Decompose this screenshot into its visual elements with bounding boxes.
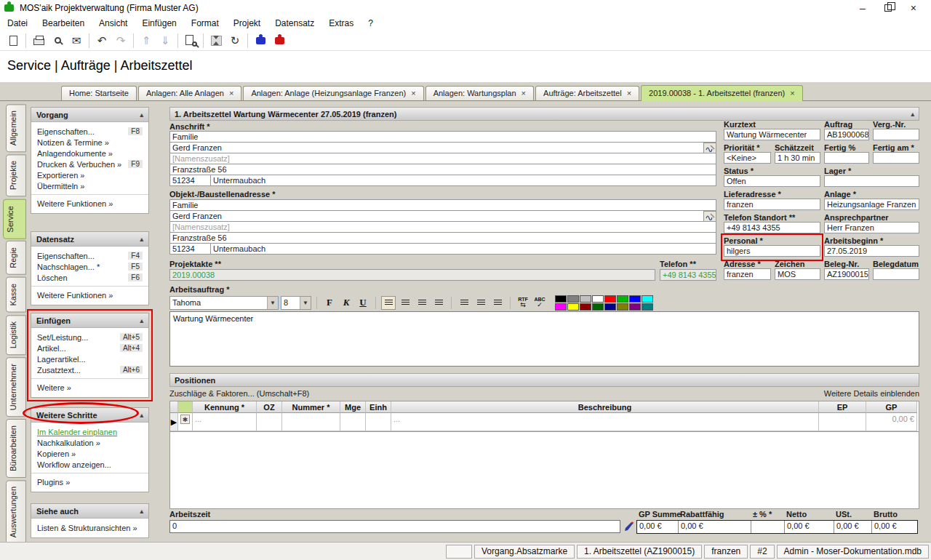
tab-close-icon[interactable]: ×: [411, 89, 415, 97]
color-swatch[interactable]: [580, 303, 591, 311]
plugin-blue-puzzle-icon[interactable]: [251, 33, 270, 49]
vtab-kasse[interactable]: Kasse: [6, 277, 26, 313]
menu-format[interactable]: Format: [191, 18, 219, 28]
color-swatch[interactable]: [592, 295, 604, 303]
vtab-logistik[interactable]: Logistik: [6, 315, 26, 355]
underline-button[interactable]: U: [356, 296, 370, 310]
new-row-icon[interactable]: ✱: [180, 415, 190, 424]
color-swatch[interactable]: [555, 295, 567, 303]
color-swatch[interactable]: [604, 303, 616, 311]
telefon-field[interactable]: +49 8143 4355: [660, 269, 716, 281]
italic-button[interactable]: K: [339, 296, 353, 310]
adresse-field[interactable]: franzen: [724, 268, 771, 280]
ansprechpartner-field[interactable]: Herr Franzen: [824, 222, 919, 233]
tab-home-startseite[interactable]: Home: Startseite: [61, 86, 137, 100]
beleg-nr-field[interactable]: AZ1900015: [824, 268, 869, 280]
projektakte-field[interactable]: 2019.00038: [169, 269, 655, 281]
sidebar-item-set-leistung[interactable]: Set/Leistung...Alt+5: [31, 332, 148, 343]
refresh-icon[interactable]: ↻: [225, 33, 244, 49]
lager-field[interactable]: [824, 175, 919, 187]
vtab-auswertungen[interactable]: Auswertungen: [6, 480, 26, 544]
arbeitsauftrag-editor[interactable]: Wartung Wärmecenter: [169, 311, 919, 367]
font-size-select[interactable]: 8▼: [281, 296, 311, 310]
collapse-icon[interactable]: ▴: [140, 111, 143, 119]
plusminus-pct-field[interactable]: [751, 521, 785, 533]
color-swatch[interactable]: [629, 295, 641, 303]
menu-ansicht[interactable]: Ansicht: [99, 18, 127, 28]
tab-close-icon[interactable]: ×: [790, 89, 794, 97]
tab-anlagen-alle-anlagen[interactable]: Anlagen: Alle Anlagen ×: [138, 86, 241, 100]
print-icon[interactable]: [29, 33, 48, 49]
sidebar-item-anlagendokumente[interactable]: Anlagendokumente »: [31, 148, 148, 159]
sidebar-item-loeschen[interactable]: LöschenF6: [31, 272, 148, 283]
anschrift-plz-field[interactable]: 51234: [169, 175, 211, 186]
anlage-field[interactable]: Heizungsanlage Franzen: [824, 199, 919, 210]
ust-field[interactable]: 0,00 €: [834, 521, 872, 533]
sidebar-item-drucken-verbuchen[interactable]: Drucken & Verbuchen »F9: [31, 159, 148, 169]
color-swatch[interactable]: [629, 303, 641, 311]
color-swatch[interactable]: [617, 295, 628, 303]
color-swatch[interactable]: [604, 295, 616, 303]
nummer-cell[interactable]: [282, 413, 340, 431]
vtab-bueroarbeiten[interactable]: Büroarbeiten: [6, 419, 26, 478]
sidebar-item-eigenschaften[interactable]: Eigenschaften...F8: [31, 126, 148, 137]
rtf-mode-icon[interactable]: RTF⇆: [516, 296, 530, 310]
sidebar-item-kopieren[interactable]: Kopieren »: [31, 448, 148, 459]
minimize-button[interactable]: –: [860, 3, 866, 13]
fertig-am-field[interactable]: [873, 152, 919, 164]
anschrift-strasse-field[interactable]: Franzstraße 56: [169, 164, 716, 175]
prioritaet-field[interactable]: <Keine>: [724, 152, 771, 164]
color-swatch[interactable]: [642, 295, 653, 303]
tab-close-icon[interactable]: ×: [522, 89, 526, 97]
tab-auftraege-arbeitszettel[interactable]: Aufträge: Arbeitszettel ×: [535, 86, 639, 100]
sidebar-item-listen-strukturansichten[interactable]: Listen & Strukturansichten »: [31, 522, 148, 533]
vtab-allgemein[interactable]: Allgemein: [6, 104, 26, 152]
objekt-line1-field[interactable]: Familie: [169, 199, 716, 211]
align-right-icon[interactable]: [415, 296, 429, 310]
spellcheck-icon[interactable]: ABC✓: [532, 296, 547, 310]
sidebar-item-ds-weitere-funktionen[interactable]: Weitere Funktionen »: [31, 289, 148, 300]
color-swatch[interactable]: [567, 303, 579, 311]
menu-datensatz[interactable]: Datensatz: [275, 18, 314, 28]
sidebar-item-workflow-anzeigen[interactable]: Workflow anzeigen...: [31, 459, 148, 470]
bold-button[interactable]: F: [322, 296, 337, 310]
sidebar-item-im-kalender-einplanen[interactable]: Im Kalender einplanen: [31, 426, 148, 437]
chevron-down-icon[interactable]: ▼: [300, 297, 311, 309]
collapse-icon[interactable]: ▴: [140, 317, 143, 324]
collapse-icon[interactable]: ▴: [140, 236, 143, 243]
plugin-red-puzzle-icon[interactable]: [270, 33, 289, 49]
objekt-line2-field[interactable]: Gerd Franzen: [169, 210, 716, 222]
menu-projekt[interactable]: Projekt: [233, 18, 260, 28]
objekt-ort-field[interactable]: Untermaubach: [210, 243, 716, 255]
mge-cell[interactable]: [340, 413, 366, 431]
gp-summe-field[interactable]: 0,00 €: [637, 521, 679, 533]
sidebar-item-notizen-termine[interactable]: Notizen & Termine »: [31, 137, 148, 148]
tab-close-icon[interactable]: ×: [229, 89, 233, 97]
sidebar-item-weitere[interactable]: Weitere »: [31, 382, 148, 393]
color-swatch[interactable]: [567, 295, 579, 303]
email-icon[interactable]: ✉: [67, 33, 86, 49]
fertig-pct-field[interactable]: [824, 152, 869, 164]
verg-nr-field[interactable]: [873, 129, 919, 140]
kurztext-field[interactable]: Wartung Wärmecenter: [724, 129, 820, 140]
positionen-table-body[interactable]: [169, 432, 919, 509]
sidebar-item-uebermitteln[interactable]: Übermitteln »: [31, 180, 148, 191]
menu-hilfe[interactable]: ?: [368, 18, 373, 28]
anschrift-line2-field[interactable]: Gerd Franzen: [169, 142, 716, 153]
color-swatch[interactable]: [592, 303, 604, 311]
tab-anlagen-wartungsplan[interactable]: Anlagen: Wartungsplan ×: [425, 86, 534, 100]
vtab-unternehmer[interactable]: Unternehmer: [6, 357, 26, 417]
sidebar-item-ds-eigenschaften[interactable]: Eigenschaften...F4: [31, 250, 148, 261]
align-justify-icon[interactable]: [431, 296, 446, 310]
collapse-icon[interactable]: ▴: [911, 111, 914, 118]
align-left-icon[interactable]: [381, 296, 396, 310]
belegdatum-field[interactable]: [873, 268, 919, 280]
oz-cell[interactable]: [257, 413, 282, 431]
move-up-icon[interactable]: ⇑: [137, 33, 156, 49]
objekt-plz-field[interactable]: 51234: [169, 243, 211, 255]
sidebar-item-weitere-funktionen[interactable]: Weitere Funktionen »: [31, 198, 148, 209]
font-select[interactable]: Tahoma▼: [169, 296, 279, 310]
color-swatch[interactable]: [580, 295, 591, 303]
einh-cell[interactable]: [366, 413, 391, 431]
redo-icon[interactable]: ↷: [111, 33, 130, 49]
